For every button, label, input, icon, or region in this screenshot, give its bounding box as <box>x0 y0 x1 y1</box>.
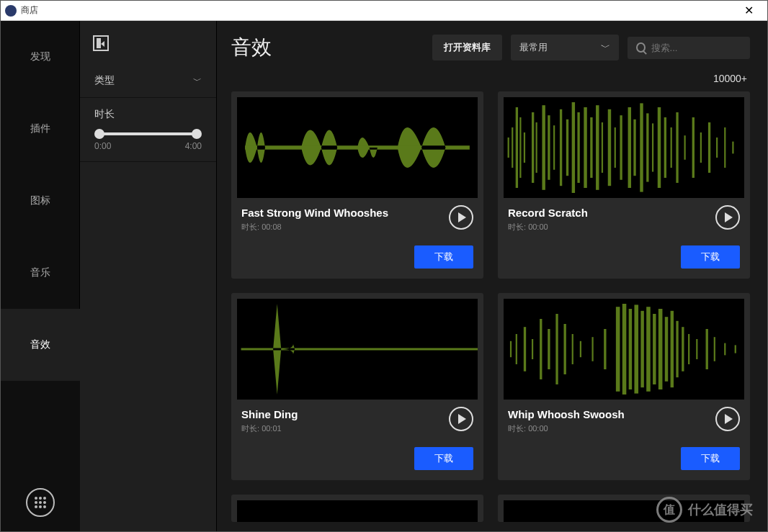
svg-rect-22 <box>633 120 635 176</box>
waveform-preview[interactable] <box>504 299 744 400</box>
chevron-down-icon: ﹀ <box>601 41 610 54</box>
svg-rect-45 <box>572 334 573 364</box>
results-grid: Fast Strong Wind Whooshes 时长: 00:08 下载 R… <box>231 91 750 531</box>
svg-rect-47 <box>591 337 593 361</box>
svg-rect-19 <box>615 127 616 168</box>
play-button[interactable] <box>449 407 473 431</box>
svg-rect-30 <box>684 135 686 160</box>
duration-min: 0:00 <box>94 141 111 151</box>
nav-item-plugins[interactable]: 插件 <box>1 93 80 165</box>
collapse-panel-button[interactable] <box>93 35 109 51</box>
svg-rect-46 <box>580 341 581 357</box>
grid-icon <box>35 497 46 508</box>
main-content: 音效 打开资料库 最常用 ﹀ 10000+ Fa <box>217 21 767 531</box>
svg-rect-5 <box>532 112 534 183</box>
nav-item-music[interactable]: 音乐 <box>1 237 80 309</box>
play-button[interactable] <box>715 407 740 431</box>
svg-rect-6 <box>536 122 537 173</box>
nav-item-discover[interactable]: 发现 <box>1 21 80 93</box>
download-button[interactable]: 下载 <box>681 447 740 470</box>
svg-rect-66 <box>735 345 736 353</box>
sound-title: Shine Ding <box>241 408 473 420</box>
svg-rect-24 <box>646 113 648 181</box>
waveform-preview[interactable] <box>504 500 744 522</box>
svg-rect-33 <box>708 122 710 173</box>
download-button[interactable]: 下载 <box>681 245 740 269</box>
svg-rect-37 <box>510 341 512 357</box>
duration-slider[interactable]: 0:00 4:00 <box>94 132 202 151</box>
svg-rect-44 <box>564 324 566 374</box>
svg-rect-58 <box>671 311 674 387</box>
slider-handle-max[interactable] <box>192 129 202 139</box>
sound-card-partial <box>231 495 483 522</box>
window-body: 发现 插件 图标 音乐 音效 类型 ﹀ 时长 <box>1 21 767 531</box>
svg-rect-17 <box>602 122 603 173</box>
svg-rect-52 <box>634 305 638 393</box>
svg-rect-12 <box>572 102 575 193</box>
filter-duration-section: 时长 0:00 4:00 <box>80 98 216 162</box>
svg-rect-55 <box>653 314 656 384</box>
svg-rect-21 <box>628 107 631 188</box>
filter-type-label: 类型 <box>94 74 115 87</box>
svg-rect-16 <box>596 105 599 190</box>
svg-rect-60 <box>682 327 684 371</box>
waveform-preview[interactable] <box>237 500 478 522</box>
open-library-button[interactable]: 打开资料库 <box>432 35 502 60</box>
app-icon <box>5 5 17 17</box>
store-window: 商店 ✕ 发现 插件 图标 音乐 音效 类型 ﹀ <box>0 0 768 532</box>
svg-rect-2 <box>516 107 518 188</box>
svg-rect-54 <box>646 307 651 392</box>
svg-rect-13 <box>577 112 579 183</box>
svg-rect-57 <box>665 317 668 382</box>
svg-rect-18 <box>608 109 611 186</box>
titlebar: 商店 ✕ <box>1 1 767 21</box>
svg-rect-32 <box>700 132 702 163</box>
waveform-preview[interactable] <box>237 97 478 198</box>
svg-rect-29 <box>676 112 678 183</box>
sound-card: Shine Ding 时长: 00:01 下载 <box>231 293 483 480</box>
play-button[interactable] <box>715 205 740 230</box>
slider-handle-min[interactable] <box>94 129 104 139</box>
svg-rect-0 <box>508 137 509 158</box>
svg-rect-9 <box>553 125 555 170</box>
download-button[interactable]: 下载 <box>414 245 473 269</box>
svg-rect-36 <box>732 142 733 154</box>
sound-title: Fast Strong Wind Whooshes <box>241 207 473 219</box>
waveform-preview[interactable] <box>504 97 744 198</box>
search-box[interactable] <box>628 37 750 59</box>
sound-duration: 时长: 00:08 <box>241 222 473 233</box>
sort-value: 最常用 <box>519 41 548 54</box>
search-input[interactable] <box>651 42 741 53</box>
filter-panel: 类型 ﹀ 时长 0:00 4:00 <box>80 21 217 531</box>
sound-duration: 时长: 00:00 <box>508 222 740 233</box>
close-button[interactable]: ✕ <box>734 4 763 17</box>
window-title: 商店 <box>21 4 38 17</box>
sound-card: Fast Strong Wind Whooshes 时长: 00:08 下载 <box>231 91 483 279</box>
content-header: 音效 打开资料库 最常用 ﹀ <box>231 34 750 61</box>
download-button[interactable]: 下载 <box>414 447 473 470</box>
waveform-preview[interactable] <box>237 299 478 400</box>
svg-rect-53 <box>640 311 643 387</box>
nav-item-icons[interactable]: 图标 <box>1 165 80 237</box>
svg-rect-65 <box>724 343 725 356</box>
sort-select[interactable]: 最常用 ﹀ <box>511 35 619 60</box>
filter-type-section[interactable]: 类型 ﹀ <box>80 64 216 98</box>
svg-rect-59 <box>676 321 678 377</box>
apps-grid-button[interactable] <box>26 488 55 517</box>
svg-rect-7 <box>542 105 545 190</box>
svg-rect-10 <box>560 109 562 186</box>
filter-duration-label: 时长 <box>94 108 115 121</box>
duration-max: 4:00 <box>185 141 202 151</box>
search-icon <box>636 42 646 53</box>
svg-rect-64 <box>714 337 715 361</box>
svg-rect-51 <box>629 309 632 389</box>
nav-item-sfx[interactable]: 音效 <box>1 309 80 381</box>
result-count: 10000+ <box>231 73 750 84</box>
sound-title: Whip Whoosh Swoosh <box>508 408 740 420</box>
svg-rect-38 <box>516 334 517 364</box>
svg-rect-26 <box>658 107 661 188</box>
svg-rect-11 <box>566 120 568 176</box>
svg-rect-23 <box>640 103 643 191</box>
svg-rect-25 <box>652 123 653 171</box>
play-button[interactable] <box>449 205 473 230</box>
